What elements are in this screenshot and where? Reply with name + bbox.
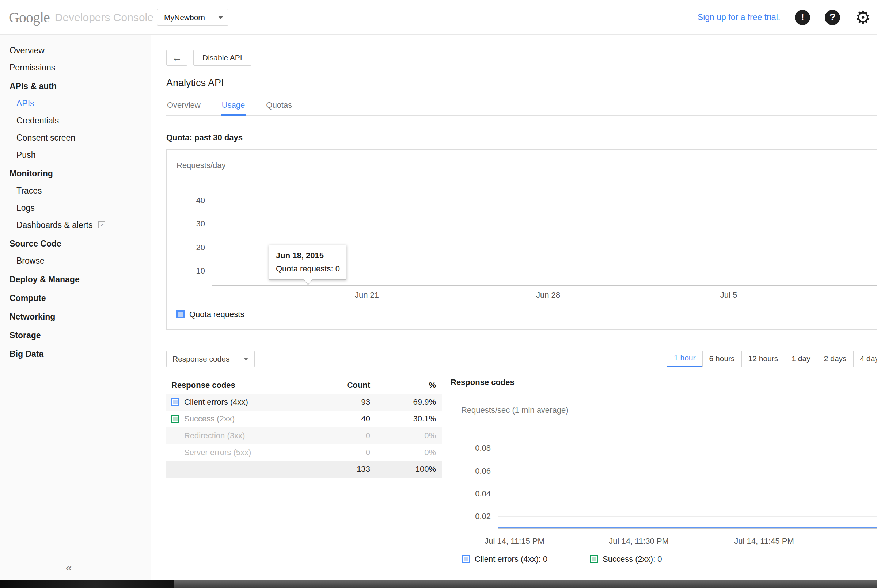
table-row: Redirection (3xx) 0 0% [166,427,442,444]
sidebar-item-source-code[interactable]: Source Code [0,235,150,252]
row-percent: 0% [374,431,442,441]
feedback-icon[interactable]: ! [795,10,810,25]
gridline [498,448,877,448]
sidebar-item-permissions[interactable]: Permissions [0,59,150,76]
top-bar: Google Developers Console MyNewborn Sign… [0,0,877,35]
sidebar: Overview Permissions APIs & auth APIs Cr… [0,35,151,580]
y-tick-label: 20 [179,243,205,252]
background-window-edge [174,580,877,588]
x-tick-label: Jul 14, 11:45 PM [734,537,794,546]
row-label: Server errors (5xx) [184,448,251,457]
back-button[interactable]: ← [166,50,188,66]
project-selector[interactable]: MyNewborn [157,9,228,26]
chart-legend-success: Success (2xx): 0 [590,554,662,564]
sidebar-item-deploy-manage[interactable]: Deploy & Manage [0,271,150,288]
product-name: Developers Console [55,11,153,24]
tab-overview[interactable]: Overview [166,97,201,116]
x-tick-label: Jul 5 [720,290,737,300]
chevron-down-icon [213,9,228,26]
signup-link[interactable]: Sign up for a free trial. [698,12,780,22]
tab-quotas[interactable]: Quotas [265,97,293,116]
row-label: Client errors (4xx) [184,398,248,407]
range-12-hours[interactable]: 12 hours [742,351,785,367]
time-range-selector: 1 hour 6 hours 12 hours 1 day 2 days 4 d… [667,351,877,367]
gridline [498,471,877,471]
legend-checkbox-success[interactable] [590,555,598,563]
settings-gear-icon[interactable]: ⚙ [855,10,871,25]
page-title: Analytics API [166,77,224,89]
response-codes-chart: Requests/sec (1 min average) 0.08 0.06 0… [451,394,877,574]
project-name: MyNewborn [164,13,205,22]
table-row: Client errors (4xx) 93 69.9% [166,394,442,411]
tab-usage[interactable]: Usage [221,97,246,116]
sidebar-item-logs[interactable]: Logs [0,200,150,217]
sidebar-item-consent-screen[interactable]: Consent screen [0,129,150,147]
dropdown-label: Response codes [173,355,230,363]
sidebar-item-apis-auth[interactable]: APIs & auth [0,78,150,95]
help-icon[interactable]: ? [825,10,840,25]
x-tick-label: Jul 14, 11:30 PM [609,537,668,546]
sidebar-item-storage[interactable]: Storage [0,327,150,344]
gridline [212,224,877,224]
x-tick-label: Jun 28 [536,290,560,300]
sidebar-item-apis[interactable]: APIs [0,95,150,112]
x-axis-line [212,285,877,286]
y-tick-label: 10 [179,266,205,276]
legend-checkbox-quota-requests[interactable] [177,310,185,318]
y-tick-label: 0.06 [462,466,491,476]
sidebar-item-push[interactable]: Push [0,147,150,164]
table-total-row: 133 100% [166,461,442,478]
range-2-days[interactable]: 2 days [817,351,854,367]
quota-chart: Requests/day 40 30 20 10 Jun 21 Jun 28 J… [166,149,877,330]
tabs: Overview Usage Quotas [166,97,877,116]
legend-label: Quota requests [189,310,244,319]
range-6-hours[interactable]: 6 hours [702,351,742,367]
row-percent: 0% [374,448,442,457]
gridline [212,201,877,201]
google-logo: Google [9,9,50,26]
column-header-response-codes: Response codes [166,381,308,390]
quota-heading: Quota: past 30 days [166,133,243,142]
table-row: Server errors (5xx) 0 0% [166,444,442,461]
row-count: 93 [308,398,374,407]
y-tick-label: 0.04 [462,489,491,498]
legend-checkbox-client-errors[interactable] [171,398,179,406]
legend-checkbox-client-errors[interactable] [462,555,470,563]
sidebar-item-networking[interactable]: Networking [0,308,150,326]
chart-legend-client-errors: Client errors (4xx): 0 [462,554,547,564]
tooltip-value: Quota requests: 0 [276,264,339,273]
sidebar-item-label: Dashboards & alerts [17,220,92,230]
series-line-zero [498,526,877,528]
range-1-day[interactable]: 1 day [785,351,817,367]
sidebar-item-browse[interactable]: Browse [0,252,150,270]
response-codes-table: Response codes Count % Client errors (4x… [166,377,442,478]
sidebar-item-dashboards-alerts[interactable]: Dashboards & alerts↗ [0,217,150,234]
chevron-down-icon [243,357,248,360]
x-axis-line [498,528,877,529]
legend-checkbox-success[interactable] [171,415,179,423]
row-percent: 30.1% [374,414,442,424]
x-tick-label: Jul 14, 11:15 PM [485,537,544,546]
y-axis-title: Requests/sec (1 min average) [461,405,568,415]
response-codes-dropdown[interactable]: Response codes [166,351,255,367]
sidebar-item-monitoring[interactable]: Monitoring [0,165,150,182]
sidebar-item-credentials[interactable]: Credentials [0,112,150,129]
column-header-count: Count [308,381,374,390]
gridline [498,494,877,494]
range-4-days[interactable]: 4 days [853,351,877,367]
sidebar-item-big-data[interactable]: Big Data [0,345,150,363]
range-1-hour[interactable]: 1 hour [667,351,703,367]
y-axis-title: Requests/day [177,161,226,170]
legend-label: Client errors (4xx): 0 [475,554,547,564]
legend-label: Success (2xx): 0 [602,554,662,564]
sidebar-item-overview[interactable]: Overview [0,42,150,59]
sidebar-item-compute[interactable]: Compute [0,290,150,307]
sidebar-collapse-button[interactable]: « [66,561,72,574]
y-tick-label: 40 [179,196,205,205]
back-arrow-icon: ← [172,52,182,63]
chart-legend: Quota requests [177,310,244,319]
sidebar-item-traces[interactable]: Traces [0,182,150,200]
disable-api-button[interactable]: Disable API [193,50,251,66]
y-tick-label: 0.02 [462,512,491,521]
chart-tooltip: Jun 18, 2015 Quota requests: 0 [269,245,347,280]
